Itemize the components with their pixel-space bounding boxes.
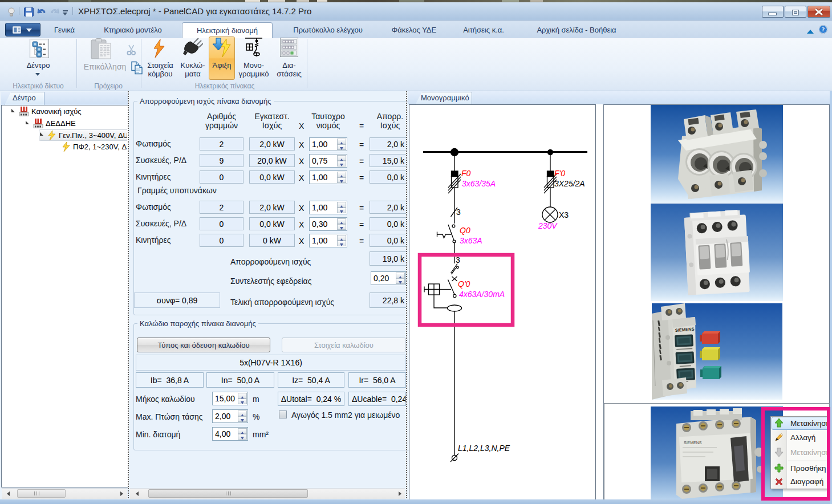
svg-text:3X25/2A: 3X25/2A: [554, 179, 585, 188]
svg-text:3x63A: 3x63A: [460, 236, 482, 245]
svg-text:Κανονική ισχύς: Κανονική ισχύς: [31, 107, 82, 116]
svg-text:3: 3: [456, 255, 460, 265]
svg-text:230V: 230V: [538, 221, 558, 230]
svg-text:3: 3: [456, 208, 461, 217]
svg-text:F'0: F'0: [554, 169, 565, 178]
svg-text:Q'0: Q'0: [458, 279, 470, 288]
svg-text:4x63A/30mA: 4x63A/30mA: [459, 290, 505, 299]
svg-text:ΠΦ2, 1~230V, ΔU=: ΠΦ2, 1~230V, ΔU=: [73, 143, 127, 151]
svg-text:SIEMENS: SIEMENS: [684, 441, 702, 445]
svg-text:Q0: Q0: [460, 226, 470, 235]
svg-text:?: ?: [822, 26, 825, 32]
svg-text:3x63/35A: 3x63/35A: [462, 179, 496, 188]
svg-text:ΔΕΔΔΗΕ: ΔΕΔΔΗΕ: [46, 119, 76, 128]
svg-text:F0: F0: [461, 169, 471, 178]
svg-text:Γεν.Πιν., 3~400V, ΔU=: Γεν.Πιν., 3~400V, ΔU=: [59, 131, 127, 140]
svg-text:L1,L2,L3,N,PE: L1,L2,L3,N,PE: [458, 444, 510, 453]
svg-text:X3: X3: [559, 210, 569, 220]
